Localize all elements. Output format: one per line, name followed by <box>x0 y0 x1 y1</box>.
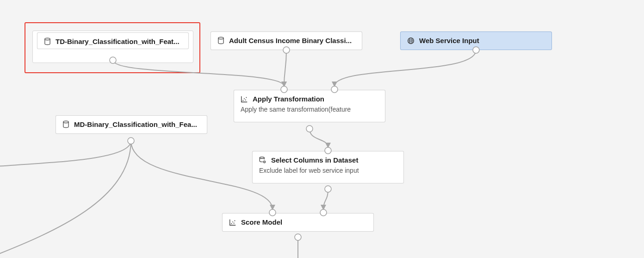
svg-point-21 <box>306 126 313 132</box>
td-dataset-node[interactable]: TD-Binary_Classification_with_Feat... <box>37 32 189 49</box>
td-label: TD-Binary_Classification_with_Feat... <box>56 38 182 45</box>
web-input-label: Web Service Input <box>419 37 545 44</box>
database-icon <box>217 37 224 44</box>
svg-point-11 <box>264 161 266 163</box>
svg-point-27 <box>295 234 301 240</box>
scatter-icon <box>229 219 236 226</box>
svg-point-8 <box>245 99 246 100</box>
svg-point-13 <box>232 221 233 222</box>
svg-point-10 <box>260 157 264 159</box>
svg-point-14 <box>234 222 235 223</box>
svg-point-22 <box>128 138 134 144</box>
svg-point-5 <box>63 121 68 123</box>
select-sub: Exclude label for web service input <box>253 167 403 180</box>
svg-point-12 <box>231 223 232 224</box>
db-gear-icon <box>259 156 266 164</box>
md-dataset-node[interactable]: MD-Binary_Classification_with_Fea... <box>56 115 207 134</box>
scatter-icon <box>241 95 248 103</box>
web-service-input-node[interactable]: Web Service Input <box>400 31 552 50</box>
adult-census-node[interactable]: Adult Census Income Binary Classi... <box>211 31 362 50</box>
score-label: Score Model <box>241 218 367 226</box>
apply-label: Apply Transformation <box>253 95 378 103</box>
md-label: MD-Binary_Classification_with_Fea... <box>74 120 200 128</box>
database-icon <box>62 120 69 128</box>
svg-point-1 <box>218 37 223 39</box>
svg-point-15 <box>234 220 235 221</box>
globe-icon <box>407 37 415 44</box>
adult-label: Adult Census Income Binary Classi... <box>229 37 355 44</box>
pipeline-canvas[interactable]: TD-Binary_Classification_with_Feat... Ad… <box>0 0 644 258</box>
svg-point-6 <box>242 100 243 101</box>
apply-transformation-node[interactable]: Apply Transformation Apply the same tran… <box>234 90 385 122</box>
select-label: Select Columns in Dataset <box>271 156 397 164</box>
svg-point-9 <box>246 97 247 98</box>
svg-point-24 <box>325 186 331 192</box>
apply-sub: Apply the same transformation(feature <box>234 106 385 119</box>
svg-point-0 <box>45 38 50 40</box>
database-icon <box>44 38 51 45</box>
score-model-node[interactable]: Score Model <box>222 213 374 232</box>
select-columns-node[interactable]: Select Columns in Dataset Exclude label … <box>252 151 404 183</box>
svg-point-7 <box>244 98 245 99</box>
